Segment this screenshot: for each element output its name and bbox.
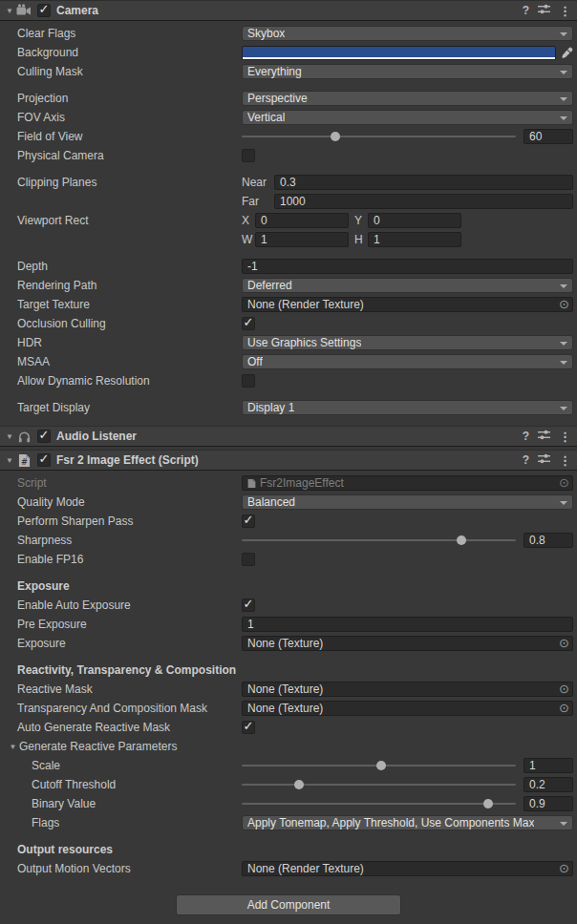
depth-field[interactable]: -1 [242,259,573,274]
msaa-dropdown[interactable]: Off [242,354,573,369]
slider-thumb[interactable] [294,780,304,789]
scale-slider[interactable] [242,758,516,773]
script-object-field[interactable]: Fsr2ImageEffect ⊙ [242,475,573,491]
slider-track[interactable] [242,136,516,137]
reactive-mask-object-field[interactable]: None (Texture) ⊙ [242,682,573,697]
cutoff-threshold-slider[interactable] [242,777,516,792]
sharpness-value[interactable]: 0.8 [524,533,573,548]
check-icon: ✓ [244,515,254,525]
foldout-arrow-icon[interactable]: ▼ [4,432,15,441]
background-color-swatch[interactable] [242,46,556,60]
field-label: Target Texture [0,298,242,311]
help-icon[interactable]: ? [523,4,529,17]
exposure-object-field[interactable]: None (Texture) ⊙ [242,636,573,651]
foldout-arrow-icon[interactable]: ▼ [7,743,19,751]
fov-axis-dropdown[interactable]: Vertical [242,110,573,125]
eyedropper-icon[interactable] [561,47,573,59]
viewport-x-field[interactable]: 0 [255,213,349,228]
slider-thumb[interactable] [483,799,493,808]
property-row-target-display: Target Display Display 1 [0,399,577,416]
audio-listener-enabled-checkbox[interactable]: ✓ [37,430,51,443]
y-label: Y [354,214,368,227]
property-row-hdr: HDR Use Graphics Settings [0,334,577,351]
property-row-pre-exposure: Pre Exposure 1 [0,616,577,633]
add-component-button[interactable]: Add Component [176,894,401,915]
field-label: Field of View [0,130,242,143]
presets-icon[interactable] [538,452,550,468]
quality-mode-dropdown[interactable]: Balanced [242,494,573,510]
check-icon: ✓ [39,454,50,464]
field-label: Clear Flags [0,27,242,40]
foldout-arrow-icon[interactable]: ▼ [4,456,15,465]
object-picker-icon[interactable]: ⊙ [559,703,569,714]
presets-icon[interactable] [538,429,550,444]
slider-thumb[interactable] [331,132,340,141]
transparency-mask-object-field[interactable]: None (Texture) ⊙ [242,701,573,716]
field-label: Sharpness [0,534,242,547]
slider-thumb[interactable] [457,536,466,545]
object-picker-icon[interactable]: ⊙ [559,299,569,310]
field-label: Culling Mask [0,65,242,78]
dropdown-value: Deferred [247,279,292,292]
field-of-view-slider[interactable] [242,129,516,144]
object-picker-icon[interactable]: ⊙ [559,477,569,489]
fsr2-enabled-checkbox[interactable]: ✓ [37,453,51,467]
property-row-culling-mask: Culling Mask Everything [0,63,577,80]
field-of-view-value[interactable]: 60 [524,129,573,144]
slider-track[interactable] [242,539,516,541]
target-texture-object-field[interactable]: None (Render Texture) ⊙ [242,297,573,312]
pre-exposure-field[interactable]: 1 [242,617,573,632]
rendering-path-dropdown[interactable]: Deferred [242,278,573,293]
physical-camera-checkbox[interactable] [242,149,255,162]
cutoff-threshold-value[interactable]: 0.2 [524,777,573,792]
check-icon: ✓ [244,318,254,327]
culling-mask-dropdown[interactable]: Everything [242,64,573,79]
perform-sharpen-pass-checkbox[interactable]: ✓ [242,514,255,528]
chevron-down-icon [560,284,567,288]
clipping-near-field[interactable]: 0.3 [274,175,573,190]
slider-thumb[interactable] [376,761,386,770]
foldout-arrow-icon[interactable]: ▼ [4,7,15,15]
help-icon[interactable]: ? [523,453,529,467]
clear-flags-dropdown[interactable]: Skybox [242,26,573,41]
audio-listener-component: ▼ ✓ Audio Listener ? ⋮ [0,426,577,447]
w-label: W [242,233,255,246]
allow-dynamic-resolution-checkbox[interactable] [242,374,255,388]
help-icon[interactable]: ? [523,430,529,443]
presets-icon[interactable] [538,3,550,18]
binary-value-value[interactable]: 0.9 [524,796,573,811]
flags-dropdown[interactable]: Apply Tonemap, Apply Threshold, Use Comp… [242,815,573,830]
property-row-target-texture: Target Texture None (Render Texture) ⊙ [0,296,577,313]
object-picker-icon[interactable]: ⊙ [559,863,569,874]
projection-dropdown[interactable]: Perspective [242,91,573,106]
viewport-y-field[interactable]: 0 [368,213,461,228]
enable-auto-exposure-checkbox[interactable]: ✓ [242,598,255,612]
field-label: Exposure [0,637,242,650]
output-motion-vectors-object-field[interactable]: None (Render Texture) ⊙ [242,861,573,876]
kebab-menu-icon[interactable]: ⋮ [559,430,571,444]
generate-reactive-parameters-foldout[interactable]: ▼ Generate Reactive Parameters [0,740,242,753]
property-row-field-of-view: Field of View 60 [0,128,577,145]
object-picker-icon[interactable]: ⊙ [559,638,569,649]
viewport-h-field[interactable]: 1 [368,232,461,247]
binary-value-slider[interactable] [242,796,516,811]
kebab-menu-icon[interactable]: ⋮ [559,4,571,18]
viewport-w-field[interactable]: 1 [255,232,349,247]
clipping-far-field[interactable]: 1000 [274,194,573,209]
hdr-dropdown[interactable]: Use Graphics Settings [242,335,573,350]
occlusion-culling-checkbox[interactable]: ✓ [242,317,255,330]
object-picker-icon[interactable]: ⊙ [559,683,569,695]
camera-enabled-checkbox[interactable]: ✓ [37,4,51,17]
sharpness-slider[interactable] [242,533,516,548]
field-label: HDR [0,336,242,349]
target-display-dropdown[interactable]: Display 1 [242,400,573,415]
kebab-menu-icon[interactable]: ⋮ [559,453,571,468]
object-field-value: None (Texture) [247,702,559,715]
slider-track[interactable] [242,784,516,786]
property-row-viewport-rect-xy: Viewport Rect X 0 Y 0 [0,212,577,229]
auto-generate-reactive-mask-checkbox[interactable]: ✓ [242,721,255,734]
enable-fp16-checkbox[interactable] [242,553,255,566]
section-header-reactivity: Reactivity, Transparency & Composition [0,662,577,679]
scale-value[interactable]: 1 [524,758,573,773]
slider-track[interactable] [242,803,516,805]
